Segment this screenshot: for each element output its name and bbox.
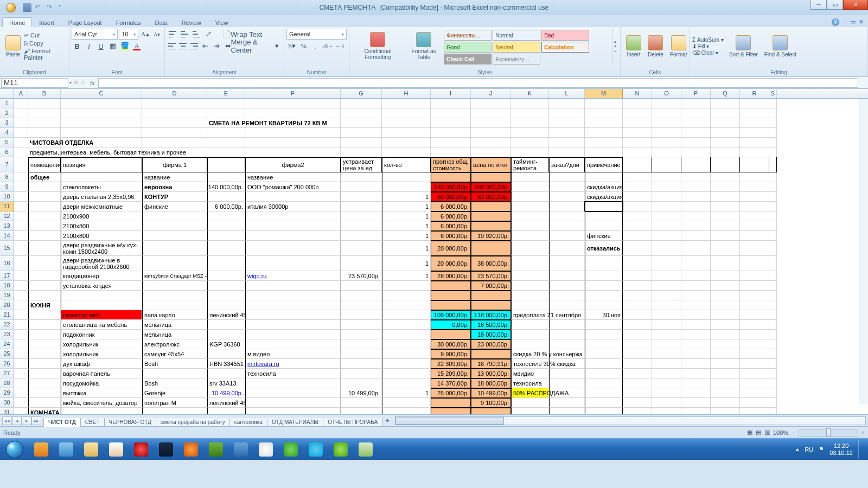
cell[interactable]: 1 [382,231,431,241]
cell[interactable]: мельница [142,330,207,339]
cell[interactable] [681,241,711,256]
cell[interactable] [623,241,652,256]
cell[interactable]: Bosh [142,378,207,388]
cell[interactable] [207,157,245,172]
cell[interactable] [245,281,341,291]
cell[interactable]: полигран М [142,398,207,408]
cell[interactable] [652,281,681,291]
cell[interactable] [769,378,777,388]
cell[interactable] [61,138,142,147]
cell[interactable] [585,300,623,310]
cell[interactable] [207,99,245,108]
undo-icon[interactable]: ↶ [35,3,43,12]
cell[interactable]: 1 [382,192,431,202]
doc-minimize-icon[interactable]: ─ [843,18,847,26]
cell[interactable] [549,221,585,231]
cell[interactable] [681,271,711,281]
cell[interactable] [623,147,652,157]
cell[interactable] [769,291,777,300]
style-normal[interactable]: Normal [493,30,540,41]
cell[interactable] [585,291,623,300]
cell[interactable] [207,349,245,359]
cell[interactable] [382,291,431,300]
cell[interactable]: холодильник [61,339,142,349]
cell[interactable] [769,128,777,138]
tray-expand-icon[interactable]: ▴ [796,446,799,453]
cell[interactable] [382,99,431,108]
cell[interactable] [623,256,652,271]
shrink-font-button[interactable]: A▾ [151,29,162,40]
cell[interactable] [585,388,623,398]
cell[interactable] [711,231,740,241]
cell[interactable] [14,369,28,378]
cell[interactable] [14,192,28,202]
cell[interactable]: самсунг 45х54 [142,349,207,359]
cell[interactable] [740,211,769,221]
insert-cells-button[interactable]: Insert [623,28,644,64]
zoom-slider[interactable] [799,429,858,436]
taskbar-explorer[interactable] [79,441,103,458]
cell[interactable] [14,339,28,349]
cell[interactable] [740,271,769,281]
cell[interactable]: помещение [28,157,61,172]
cell[interactable] [471,172,511,182]
cell[interactable]: 20 000,00р. [431,256,471,271]
cell[interactable] [740,398,769,408]
cell[interactable] [681,128,711,138]
cell[interactable] [740,256,769,271]
cell[interactable]: 38 000,00р. [471,256,511,271]
cell[interactable] [623,128,652,138]
cell[interactable]: 1 [382,388,431,398]
cell[interactable] [207,128,245,138]
row-header[interactable]: 24 [0,339,14,349]
cell[interactable] [511,99,549,108]
cell[interactable] [511,202,549,211]
cell[interactable] [382,300,431,310]
cell[interactable] [652,369,681,378]
tab-view[interactable]: View [208,17,235,27]
col-header-E[interactable]: E [207,89,245,98]
cell[interactable] [652,330,681,339]
cell[interactable]: 108 000,00р. [471,182,511,192]
cell[interactable] [245,291,341,300]
cell[interactable] [585,408,623,414]
cell[interactable] [549,231,585,241]
cell[interactable] [623,231,652,241]
cell[interactable] [245,300,341,310]
row-header[interactable]: 29 [0,388,14,398]
row-header[interactable]: 28 [0,378,14,388]
cell[interactable] [471,128,511,138]
row-header[interactable]: 19 [0,291,14,300]
cell[interactable] [14,256,28,271]
cell[interactable] [740,339,769,349]
cell[interactable] [711,349,740,359]
cell[interactable] [623,221,652,231]
sheet-tab[interactable]: ОТЧЕТЫ ПРОРАБА [323,418,382,427]
cell[interactable] [585,221,623,231]
cell[interactable]: вытяжка [61,388,142,398]
cell[interactable]: подоконник [61,330,142,339]
cell[interactable] [511,108,549,118]
cell[interactable] [652,271,681,281]
cell[interactable]: 22 309,00р. [431,359,471,369]
row-header[interactable]: 12 [0,211,14,221]
cell[interactable] [341,359,382,369]
cell[interactable] [549,339,585,349]
align-left-button[interactable] [167,41,177,52]
language-indicator[interactable]: RU [805,446,813,453]
cell[interactable] [681,300,711,310]
cell[interactable] [382,182,431,192]
cell[interactable] [623,300,652,310]
row-header[interactable]: 18 [0,281,14,291]
cell[interactable] [681,330,711,339]
cell[interactable] [740,349,769,359]
sheet-tab[interactable]: ОТД МАТЕРИАЛЫ [267,418,323,427]
cell[interactable]: KGP 36360 [207,339,245,349]
cell[interactable] [142,231,207,241]
cell[interactable] [207,192,245,202]
cell[interactable] [623,172,652,182]
cell[interactable] [28,378,61,388]
cell[interactable]: 50% РАСПРОДАЖА [511,388,549,398]
cell[interactable] [711,320,740,330]
start-button[interactable] [2,440,27,459]
